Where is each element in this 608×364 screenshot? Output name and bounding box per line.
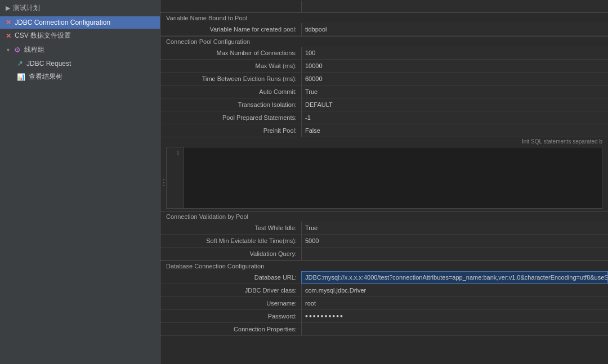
jdbc-driver-row: JDBC Driver class: com.mysql.jdbc.Driver [160, 284, 608, 297]
variable-name-pool-label: Variable Name for created pool: [160, 25, 301, 34]
username-row: Username: root [160, 297, 608, 310]
comment-row [160, 0, 608, 12]
password-label: Password: [160, 312, 301, 321]
csv-config-label: CSV 数据文件设置 [15, 31, 71, 41]
sidebar-item-result-tree[interactable]: 📊 查看结果树 [0, 70, 160, 84]
time-between-label: Time Between Eviction Runs (ms): [160, 74, 301, 83]
sidebar-root[interactable]: ▶ 测试计划 [0, 0, 160, 16]
jdbc-driver-label: JDBC Driver class: [160, 286, 301, 295]
result-tree-label: 查看结果树 [29, 72, 62, 82]
database-url-label: Database URL: [160, 273, 301, 282]
validation-query-row: Validation Query: [160, 248, 608, 260]
max-wait-value[interactable]: 10000 [301, 60, 608, 72]
main-panel: Variable Name Bound to Pool Variable Nam… [160, 0, 608, 364]
auto-commit-label: Auto Commit: [160, 87, 301, 96]
variable-name-pool-row: Variable Name for created pool: tidbpool [160, 23, 608, 36]
password-value[interactable]: •••••••••• [301, 310, 608, 322]
transaction-iso-label: Transaction Isolation: [160, 100, 301, 109]
pool-prepared-value[interactable]: -1 [301, 111, 608, 124]
test-plan-icon: ▶ [6, 5, 10, 12]
variable-name-pool-value[interactable]: tidbpool [301, 23, 608, 35]
sidebar-item-jdbc-config[interactable]: ✕ JDBC Connection Configuration [0, 16, 160, 29]
jdbc-config-icon: ✕ [6, 19, 11, 26]
section-connection-validation: Connection Validation by Pool [160, 211, 608, 222]
comment-label [160, 5, 301, 7]
resize-handle[interactable]: ⋮ [159, 177, 168, 187]
soft-min-label: Soft Min Evictable Idle Time(ms): [160, 236, 301, 245]
pool-prepared-label: Pool Prepared Statements: [160, 113, 301, 122]
transaction-iso-row: Transaction Isolation: DEFAULT [160, 98, 608, 111]
time-between-value[interactable]: 60000 [301, 73, 608, 85]
time-between-row: Time Between Eviction Runs (ms): 60000 [160, 73, 608, 86]
password-dots: •••••••••• [305, 312, 344, 321]
sidebar: ▶ 测试计划 ✕ JDBC Connection Configuration ✕… [0, 0, 160, 364]
sql-editor[interactable]: 1 [166, 147, 602, 209]
test-while-idle-row: Test While Idle: True [160, 222, 608, 235]
jdbc-request-icon: ↗ [17, 59, 23, 68]
test-while-idle-value[interactable]: True [301, 222, 608, 234]
preinit-pool-value[interactable]: False [301, 124, 608, 137]
max-connections-label: Max Number of Connections: [160, 48, 301, 57]
auto-commit-value[interactable]: True [301, 86, 608, 98]
form-area: Variable Name Bound to Pool Variable Nam… [160, 0, 608, 364]
preinit-pool-row: Preinit Pool: False [160, 124, 608, 137]
thread-group-label: 线程组 [24, 45, 44, 55]
init-sql-hint: Init SQL statements separated b [160, 137, 608, 146]
thread-group-icon: ⚙ [14, 46, 21, 54]
section-db-connection: Database Connection Configuration [160, 260, 608, 271]
jdbc-config-label: JDBC Connection Configuration [15, 19, 110, 26]
connection-props-row: Connection Properties: [160, 323, 608, 336]
username-label: Username: [160, 299, 301, 308]
jdbc-driver-value[interactable]: com.mysql.jdbc.Driver [301, 284, 608, 296]
sidebar-item-thread-group[interactable]: ▼ ⚙ 线程组 [0, 43, 160, 57]
connection-props-value[interactable] [301, 323, 608, 335]
preinit-pool-label: Preinit Pool: [160, 126, 301, 135]
thread-group-expand-icon: ▼ [6, 47, 11, 53]
username-value[interactable]: root [301, 297, 608, 309]
database-url-value[interactable]: JDBC:mysql://x.x.x.x:4000/test?connectio… [301, 271, 608, 284]
csv-config-icon: ✕ [6, 32, 11, 40]
max-connections-row: Max Number of Connections: 100 [160, 47, 608, 60]
database-url-row: Database URL: JDBC:mysql://x.x.x.x:4000/… [160, 271, 608, 284]
comment-value[interactable] [301, 1, 608, 12]
sidebar-item-jdbc-request[interactable]: ↗ JDBC Request [0, 57, 160, 70]
max-wait-row: Max Wait (ms): 10000 [160, 60, 608, 73]
soft-min-row: Soft Min Evictable Idle Time(ms): 5000 [160, 235, 608, 248]
soft-min-value[interactable]: 5000 [301, 235, 608, 247]
max-connections-value[interactable]: 100 [301, 47, 608, 59]
result-tree-icon: 📊 [17, 73, 25, 81]
validation-query-label: Validation Query: [160, 249, 301, 258]
test-plan-label: 测试计划 [13, 3, 40, 13]
line-numbers: 1 [167, 147, 184, 208]
auto-commit-row: Auto Commit: True [160, 86, 608, 98]
section-connection-pool: Connection Pool Configuration [160, 36, 608, 47]
pool-prepared-row: Pool Prepared Statements: -1 [160, 111, 608, 124]
sidebar-item-csv-config[interactable]: ✕ CSV 数据文件设置 [0, 29, 160, 43]
password-row: Password: •••••••••• [160, 310, 608, 323]
test-while-idle-label: Test While Idle: [160, 223, 301, 232]
max-wait-label: Max Wait (ms): [160, 61, 301, 70]
jdbc-request-label: JDBC Request [26, 60, 71, 68]
section-variable-bound: Variable Name Bound to Pool [160, 12, 608, 23]
validation-query-value[interactable] [301, 248, 608, 260]
transaction-iso-value[interactable]: DEFAULT [301, 98, 608, 111]
line-number-1: 1 [170, 150, 180, 157]
sql-content[interactable] [184, 147, 602, 208]
connection-props-label: Connection Properties: [160, 325, 301, 334]
